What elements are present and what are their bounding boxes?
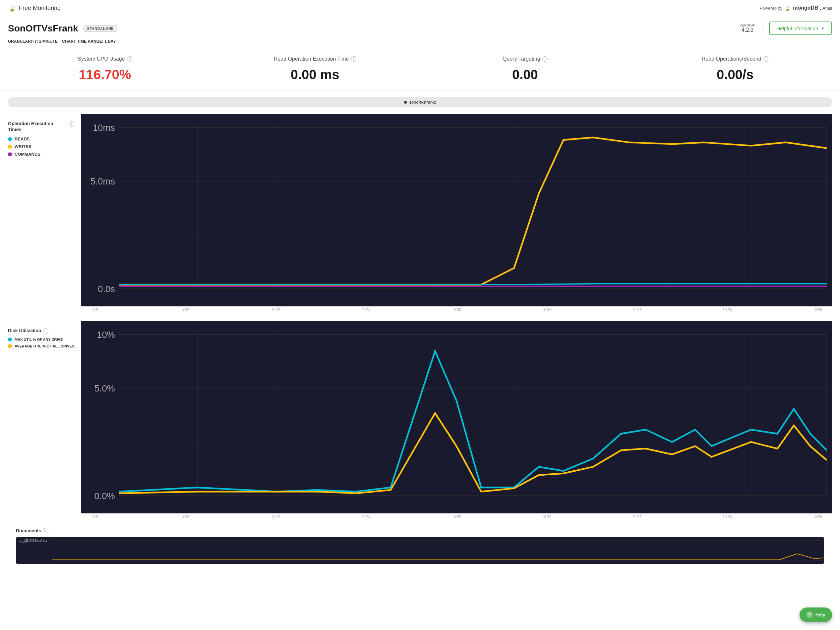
disk-utilization-legend: Disk Utilization i MAX UTIL % OF ANY DRI… <box>8 321 74 519</box>
mongo-leaf-icon: 🍃 <box>784 5 791 11</box>
x-label-7: 10:58 <box>723 308 732 312</box>
x-label-8: 10:59 <box>813 308 822 312</box>
chart-section: sonoftvsfrank: Operation Execution Times… <box>0 97 840 572</box>
legend-reads: READS <box>8 137 74 142</box>
chevron-down-icon: ▼ <box>821 26 825 31</box>
x2-label-2: 10:53 <box>272 515 281 519</box>
chart2-x-axis: 10:51 10:52 10:53 10:54 10:55 10:56 10:5… <box>81 515 832 519</box>
version-block: VERSION 4.2.0 <box>740 24 756 33</box>
granularity-value: 1 MINUTE <box>39 39 58 44</box>
instance-name: SonOfTVsFrank <box>8 23 78 34</box>
helpful-btn-label: Helpful Information <box>776 25 818 31</box>
x2-label-4: 10:55 <box>452 515 461 519</box>
chart1-wrapper: 10ms 5.0ms 0.0s 10:51 10:52 10:53 10:54 … <box>81 114 832 312</box>
info-icon-query[interactable]: i <box>542 56 548 61</box>
x-label-6: 10:57 <box>633 308 642 312</box>
header: 🍃 Free Monitoring Powered by 🍃 mongoDB.A… <box>0 0 840 16</box>
x2-label-0: 10:51 <box>91 515 100 519</box>
chart2-container: 10% 5.0% 0.0% <box>81 321 832 513</box>
legend-server-name: sonoftvsfrank: <box>409 100 436 105</box>
svg-text:10ms: 10ms <box>93 123 115 133</box>
mongodb-text: mongoDB <box>793 5 818 11</box>
instance-right: VERSION 4.2.0 Helpful Information ▼ <box>740 22 832 35</box>
info-icon-chart1[interactable]: i <box>69 121 74 126</box>
info-icon-read-ops[interactable]: i <box>763 56 768 61</box>
leaf-icon: 🍃 <box>8 4 16 12</box>
powered-by-text: Powered by <box>760 6 783 11</box>
metric-label-cpu: System CPU Usage i <box>6 56 203 62</box>
x-label-2: 10:53 <box>272 308 281 312</box>
writes-dot <box>8 145 12 149</box>
metric-value-cpu: 116.70% <box>6 67 203 82</box>
avg-util-dot <box>8 344 12 348</box>
x-label-4: 10:55 <box>452 308 461 312</box>
svg-text:10%: 10% <box>97 329 115 340</box>
x2-label-6: 10:57 <box>633 515 642 519</box>
chart2-svg: 10% 5.0% 0.0% <box>86 326 827 508</box>
svg-text:0.0%: 0.0% <box>95 491 115 501</box>
legend-max-util: MAX UTIL % OF ANY DRIVE <box>8 337 74 342</box>
x-label-5: 10:56 <box>542 308 551 312</box>
reads-dot <box>8 137 12 141</box>
chart1-title: Operation Execution Times i <box>8 121 74 132</box>
disk-utilization-chart-row: Disk Utilization i MAX UTIL % OF ANY DRI… <box>8 321 832 519</box>
documents-section: Documents i 30k/s 30k/s <box>8 528 832 564</box>
instance-left: SonOfTVsFrank STANDALONE <box>8 23 117 34</box>
operation-execution-chart-row: Operation Execution Times i READS WRITES… <box>8 114 832 312</box>
metrics-row: System CPU Usage i 116.70% Read Operatio… <box>0 48 840 90</box>
x-label-1: 10:52 <box>181 308 190 312</box>
divider <box>762 22 763 35</box>
documents-chart-container: 30k/s 30k/s <box>16 537 824 564</box>
time-range-label: CHART TIME RANGE: <box>62 39 103 44</box>
doc-y-label: 30k/s <box>19 540 27 544</box>
chart1-svg: 10ms 5.0ms 0.0s <box>86 119 827 301</box>
metric-label-read-ops: Read Operations/Second i <box>637 56 834 62</box>
info-icon-chart2[interactable]: i <box>43 328 48 334</box>
legend-avg-util: AVERAGE UTIL % OF ALL DRIVES <box>8 344 74 348</box>
version-value: 4.2.0 <box>740 27 756 33</box>
commands-dot <box>8 152 12 156</box>
info-icon-cpu[interactable]: i <box>127 56 132 61</box>
granularity-bar: GRANULARITY: 1 MINUTE CHART TIME RANGE: … <box>0 38 840 48</box>
granularity-label: GRANULARITY: <box>8 39 38 44</box>
metric-value-read-ops: 0.00/s <box>637 67 834 82</box>
metric-card-read-ops: Read Operations/Second i 0.00/s <box>630 48 840 90</box>
info-icon-documents[interactable]: i <box>43 528 48 533</box>
x-label-0: 10:51 <box>91 308 100 312</box>
documents-title: Documents i <box>16 528 824 533</box>
version-label: VERSION <box>740 24 756 27</box>
metric-card-query: Query Targeting i 0.00 <box>420 48 630 90</box>
app-title: Free Monitoring <box>19 5 61 12</box>
legend-commands: COMMANDS <box>8 152 74 157</box>
chart2-wrapper: 10% 5.0% 0.0% 10:51 10:52 10:53 10:54 10… <box>81 321 832 519</box>
info-icon-read-exec[interactable]: i <box>351 56 356 61</box>
svg-text:0.0s: 0.0s <box>98 284 115 294</box>
legend-bar: sonoftvsfrank: <box>8 97 832 107</box>
x2-label-8: 10:59 <box>813 515 822 519</box>
atlas-label: Atlas <box>823 6 832 11</box>
time-range-value: 1 DAY <box>104 39 116 44</box>
metric-value-query: 0.00 <box>427 67 624 82</box>
standalone-badge: STANDALONE <box>84 25 118 32</box>
chart1-container: 10ms 5.0ms 0.0s <box>81 114 832 306</box>
instance-bar: SonOfTVsFrank STANDALONE VERSION 4.2.0 H… <box>0 16 840 38</box>
metric-label-query: Query Targeting i <box>427 56 624 62</box>
x-label-3: 10:54 <box>362 308 371 312</box>
x2-label-3: 10:54 <box>362 515 371 519</box>
legend-writes: WRITES <box>8 144 74 149</box>
chart1-x-axis: 10:51 10:52 10:53 10:54 10:55 10:56 10:5… <box>81 308 832 312</box>
svg-text:5.0%: 5.0% <box>95 383 115 394</box>
operation-execution-legend: Operation Execution Times i READS WRITES… <box>8 114 74 312</box>
x2-label-5: 10:56 <box>542 515 551 519</box>
metric-label-read-exec: Read Operation Execution Time i <box>217 56 414 62</box>
max-util-dot <box>8 337 12 342</box>
chart2-title: Disk Utilization i <box>8 328 74 334</box>
metric-card-cpu: System CPU Usage i 116.70% <box>0 48 210 90</box>
helpful-information-button[interactable]: Helpful Information ▼ <box>769 22 832 35</box>
x2-label-1: 10:52 <box>181 515 190 519</box>
x2-label-7: 10:58 <box>723 515 732 519</box>
svg-text:5.0ms: 5.0ms <box>90 176 115 186</box>
metric-value-read-exec: 0.00 ms <box>217 67 414 82</box>
powered-by: Powered by 🍃 mongoDB.Atlas <box>760 5 832 11</box>
legend-dot-server <box>404 101 407 104</box>
